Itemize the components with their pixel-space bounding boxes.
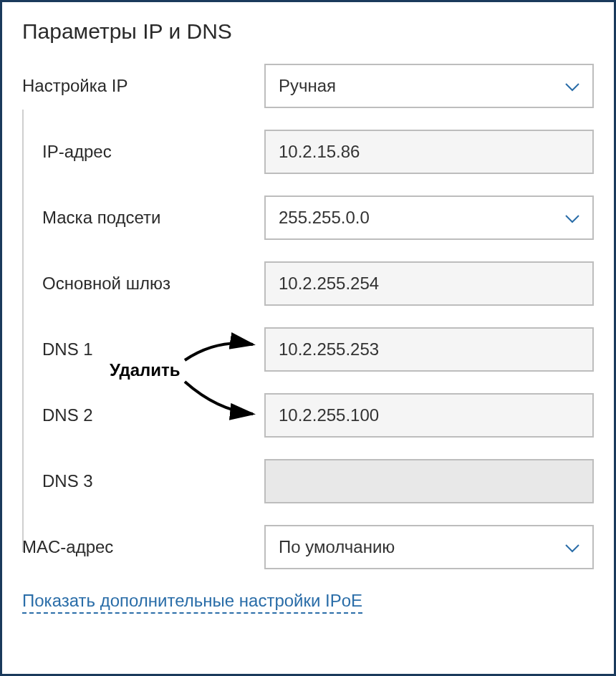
chevron-down-icon	[565, 76, 579, 96]
section-title: Параметры IP и DNS	[22, 19, 594, 44]
select-mac-address-value: По умолчанию	[279, 537, 395, 557]
input-dns1-value: 10.2.255.253	[279, 339, 379, 359]
row-subnet-mask: Маска подсети 255.255.0.0	[22, 195, 594, 240]
ip-dns-settings-panel: Параметры IP и DNS Настройка IP Ручная I…	[0, 0, 616, 676]
select-ip-config-value: Ручная	[279, 76, 336, 96]
label-gateway: Основной шлюз	[42, 274, 264, 294]
row-dns1: DNS 1 10.2.255.253	[22, 327, 594, 372]
row-show-more: Показать дополнительные настройки IPoE	[22, 591, 594, 614]
input-ip-address-value: 10.2.15.86	[279, 142, 360, 162]
input-dns1[interactable]: 10.2.255.253	[264, 327, 594, 372]
chevron-down-icon	[565, 208, 579, 228]
chevron-down-icon	[565, 537, 579, 557]
select-ip-config[interactable]: Ручная	[264, 64, 594, 108]
input-ip-address[interactable]: 10.2.15.86	[264, 130, 594, 174]
label-dns1: DNS 1	[42, 339, 264, 359]
label-dns3: DNS 3	[42, 471, 264, 491]
input-dns2[interactable]: 10.2.255.100	[264, 393, 594, 438]
row-ip-address: IP-адрес 10.2.15.86	[22, 130, 594, 174]
input-dns2-value: 10.2.255.100	[279, 405, 379, 425]
select-subnet-mask-value: 255.255.0.0	[279, 208, 370, 228]
input-dns3[interactable]	[264, 459, 594, 503]
link-show-ipoe-settings[interactable]: Показать дополнительные настройки IPoE	[22, 591, 362, 614]
label-dns2: DNS 2	[42, 405, 264, 425]
row-mac-address: MAC-адрес По умолчанию	[22, 525, 594, 569]
select-mac-address[interactable]: По умолчанию	[264, 525, 594, 569]
input-gateway[interactable]: 10.2.255.254	[264, 261, 594, 306]
label-ip-config: Настройка IP	[22, 76, 264, 96]
row-dns2: DNS 2 10.2.255.100	[22, 393, 594, 438]
row-ip-config: Настройка IP Ручная	[22, 64, 594, 108]
label-ip-address: IP-адрес	[42, 142, 264, 162]
label-subnet-mask: Маска подсети	[42, 208, 264, 228]
label-mac-address: MAC-адрес	[22, 537, 264, 557]
row-gateway: Основной шлюз 10.2.255.254	[22, 261, 594, 306]
select-subnet-mask[interactable]: 255.255.0.0	[264, 195, 594, 240]
row-dns3: DNS 3	[22, 459, 594, 503]
input-gateway-value: 10.2.255.254	[279, 274, 379, 294]
